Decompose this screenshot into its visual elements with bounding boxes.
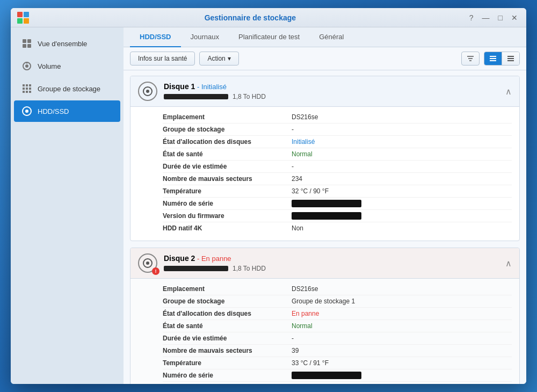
svg-rect-6 xyxy=(23,44,26,48)
detail-row: Numéro de série xyxy=(163,369,512,382)
svg-rect-25 xyxy=(490,56,496,57)
disk-2-bar-row: 1,8 To HDD xyxy=(164,265,499,272)
detail-row: Emplacement DS216se xyxy=(163,283,512,295)
svg-rect-1 xyxy=(24,12,29,17)
svg-rect-18 xyxy=(26,91,28,93)
titlebar: Gestionnaire de stockage ? — □ ✕ xyxy=(11,8,526,27)
toolbar: Infos sur la santé Action ▾ xyxy=(124,47,526,70)
svg-rect-3 xyxy=(24,18,29,24)
svg-rect-12 xyxy=(26,84,28,86)
disk-1-header: Disque 1 - Initialisé 1,8 To HDD ∧ xyxy=(130,76,519,107)
svg-point-32 xyxy=(146,90,149,93)
disk-2-bar xyxy=(164,266,228,271)
svg-rect-7 xyxy=(27,44,31,48)
svg-rect-15 xyxy=(26,88,28,90)
view-list-button[interactable] xyxy=(502,52,519,65)
sidebar: Vue d'ensemble Volume xyxy=(11,27,124,384)
svg-rect-2 xyxy=(17,18,23,24)
disk-2-name: Disque 2 - En panne xyxy=(164,254,499,263)
svg-rect-14 xyxy=(23,88,25,90)
detail-row: État de santé Normal xyxy=(163,148,512,161)
filter-button[interactable] xyxy=(461,52,480,66)
action-label: Action xyxy=(207,55,225,62)
svg-rect-11 xyxy=(23,84,25,86)
disk-1-icon xyxy=(138,82,157,101)
disk-1-name: Disque 1 - Initialisé xyxy=(164,82,499,91)
sidebar-item-storage-group[interactable]: Groupe de stockage xyxy=(14,78,120,99)
disk-2-status: - En panne xyxy=(197,255,231,263)
disk-1-status: - Initialisé xyxy=(197,83,227,91)
overview-icon xyxy=(21,38,32,49)
hdd-ssd-icon xyxy=(21,106,32,117)
disk-2-icon-wrap: ! xyxy=(138,253,157,273)
detail-row: Version du firmware xyxy=(163,382,512,384)
main-window: Gestionnaire de stockage ? — □ ✕ Vue d'e… xyxy=(11,8,526,384)
list-icon xyxy=(507,55,514,62)
health-info-button[interactable]: Infos sur la santé xyxy=(130,52,195,66)
sidebar-item-hdd-ssd[interactable]: HDD/SSD xyxy=(14,100,120,122)
svg-rect-30 xyxy=(507,60,514,61)
disk-1-bar xyxy=(164,94,228,99)
close-icon[interactable]: ✕ xyxy=(509,12,520,23)
body: Vue d'ensemble Volume xyxy=(11,27,526,384)
disk-2-details: Emplacement DS216se Groupe de stockage G… xyxy=(130,279,519,384)
disk-1-size: 1,8 To HDD xyxy=(233,93,266,100)
help-icon[interactable]: ? xyxy=(467,12,476,23)
tab-planificateur[interactable]: Planificateur de test xyxy=(229,27,309,47)
disk-card-2: ! Disque 2 - En panne 1,8 To HDD xyxy=(130,248,520,384)
svg-rect-0 xyxy=(17,12,23,17)
disk-1-icon-wrap xyxy=(138,82,157,101)
svg-point-34 xyxy=(146,262,149,265)
svg-point-9 xyxy=(25,64,28,68)
svg-rect-26 xyxy=(490,58,496,59)
disk-1-collapse-button[interactable]: ∧ xyxy=(505,86,512,97)
svg-rect-27 xyxy=(490,60,496,61)
detail-row: Nombre de mauvais secteurs 39 xyxy=(163,345,512,357)
sidebar-item-overview[interactable]: Vue d'ensemble xyxy=(14,33,120,54)
disk-2-title-area: Disque 2 - En panne 1,8 To HDD xyxy=(164,254,499,272)
svg-rect-13 xyxy=(29,84,31,86)
disk-2-alert-badge: ! xyxy=(152,267,159,275)
maximize-icon[interactable]: □ xyxy=(496,12,505,23)
app-logo-icon xyxy=(17,12,29,24)
detail-row: Durée de vie estimée - xyxy=(163,332,512,345)
disk-1-title-area: Disque 1 - Initialisé 1,8 To HDD xyxy=(164,82,499,100)
sidebar-item-volume[interactable]: Volume xyxy=(14,55,120,77)
action-dropdown-icon: ▾ xyxy=(228,55,231,62)
svg-rect-4 xyxy=(23,39,26,43)
content-area: Disque 1 - Initialisé 1,8 To HDD ∧ xyxy=(124,70,526,384)
detail-row: Groupe de stockage Groupe de stockage 1 xyxy=(163,295,512,308)
detail-row: État d'allocation des disques En panne xyxy=(163,308,512,320)
svg-rect-5 xyxy=(27,39,31,43)
tab-journaux[interactable]: Journaux xyxy=(181,27,229,47)
tab-bar: HDD/SSD Journaux Planificateur de test G… xyxy=(124,27,526,47)
tab-hdd-ssd[interactable]: HDD/SSD xyxy=(130,27,181,47)
detail-row: Durée de vie estimée - xyxy=(163,161,512,173)
detail-row: Nombre de mauvais secteurs 234 xyxy=(163,173,512,185)
tab-general[interactable]: Général xyxy=(309,27,353,47)
detail-row: Numéro de série xyxy=(163,198,512,210)
view-list-compact-button[interactable] xyxy=(484,52,502,65)
sidebar-overview-label: Vue d'ensemble xyxy=(38,40,87,48)
disk-2-collapse-button[interactable]: ∧ xyxy=(505,258,512,268)
svg-rect-16 xyxy=(29,88,31,90)
window-controls: ? — □ ✕ xyxy=(467,12,520,23)
disk-1-bar-row: 1,8 To HDD xyxy=(164,93,499,100)
detail-row: Température 32 °C / 90 °F xyxy=(163,185,512,198)
action-button[interactable]: Action ▾ xyxy=(199,52,238,66)
minimize-icon[interactable]: — xyxy=(480,12,492,23)
svg-point-21 xyxy=(25,110,28,113)
sidebar-storage-group-label: Groupe de stockage xyxy=(38,85,100,93)
svg-rect-29 xyxy=(507,58,514,59)
detail-row: Version du firmware xyxy=(163,210,512,222)
disk-card-1: Disque 1 - Initialisé 1,8 To HDD ∧ xyxy=(130,76,520,241)
storage-group-icon xyxy=(21,83,32,94)
sidebar-hdd-ssd-label: HDD/SSD xyxy=(38,107,69,115)
detail-row: État de santé Normal xyxy=(163,320,512,332)
detail-row: Température 33 °C / 91 °F xyxy=(163,357,512,369)
volume-icon xyxy=(21,61,32,71)
detail-row: Emplacement DS216se xyxy=(163,111,512,124)
svg-rect-28 xyxy=(507,56,514,57)
main-content: HDD/SSD Journaux Planificateur de test G… xyxy=(124,27,526,384)
view-toggle-group xyxy=(484,52,520,66)
